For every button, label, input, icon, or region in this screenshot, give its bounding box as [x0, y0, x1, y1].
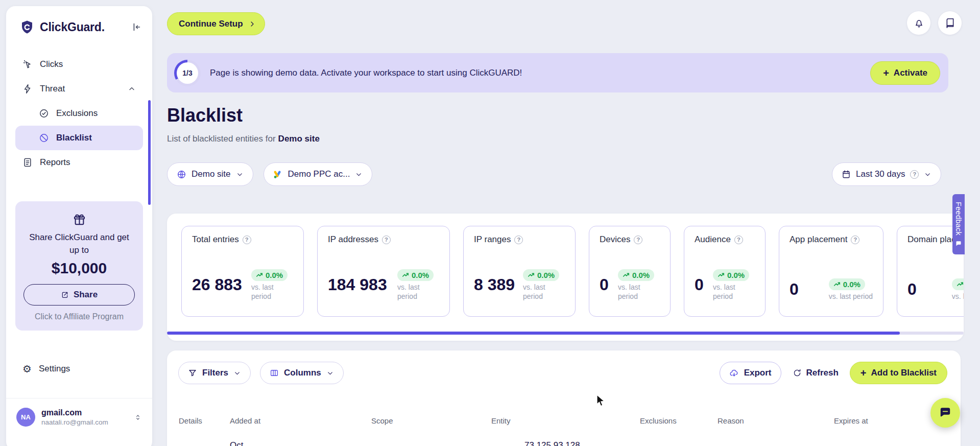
subtitle-site-name: Demo site [278, 134, 320, 144]
activate-label: Activate [894, 68, 927, 78]
table-row[interactable]: Oct 73.125.93.128 [167, 440, 961, 446]
demo-data-banner: 1/3 Page is showing demo data. Activate … [167, 53, 948, 92]
sidebar-scrollbar-thumb[interactable] [148, 100, 151, 205]
chat-bubble-icon [939, 406, 952, 419]
help-icon[interactable]: ? [851, 236, 859, 244]
user-meta: gmail.com naatali.ro@gmail.com [41, 408, 108, 426]
book-icon [945, 18, 955, 29]
affiliate-promo-card: Share ClickGuard and get up to $10,000 S… [15, 201, 143, 331]
promo-amount: $10,000 [23, 260, 135, 277]
gear-icon: ⚙ [22, 364, 32, 374]
help-icon[interactable]: ? [243, 236, 251, 244]
stat-sub: vs. last period [251, 283, 293, 301]
stat-value: 0 [907, 280, 917, 299]
trend-value: 0.0% [537, 271, 555, 279]
export-button[interactable]: Export [720, 362, 781, 384]
knowledge-base-button[interactable] [938, 11, 962, 35]
table-header-row: Details Added at Scope Entity Exclusions… [167, 412, 961, 430]
trend-up-icon [718, 271, 725, 278]
stat-sub: vs. last period [397, 283, 439, 301]
notifications-button[interactable] [907, 11, 930, 35]
feedback-chat-icon [955, 241, 962, 247]
date-range-selector[interactable]: Last 30 days ? [832, 162, 941, 186]
nav-label: Reports [40, 157, 70, 168]
trend-up-icon [402, 271, 409, 278]
cloud-export-icon [729, 368, 739, 378]
stat-card-audience: Audience ? 0 0.0% vs. last period [684, 226, 766, 317]
date-range-value: Last 30 days [856, 169, 905, 179]
gift-icon [23, 213, 135, 226]
page-subtitle: List of blacklisted entities forDemo sit… [167, 134, 320, 144]
select-chevrons-icon [134, 413, 142, 421]
chevron-up-icon [128, 85, 136, 93]
brand-logo: ClickGuard. [6, 6, 152, 35]
sidebar-collapse-icon[interactable] [131, 21, 142, 33]
ppc-account-selector[interactable]: Demo PPC ac... [264, 162, 373, 186]
horizontal-scrollbar-thumb[interactable] [167, 332, 900, 335]
stat-value: 26 883 [192, 275, 242, 294]
scope-selectors: Demo site Demo PPC ac... [167, 162, 372, 186]
stat-sub: vs. last period [523, 283, 565, 301]
stat-sub: vs. last period [952, 292, 964, 301]
continue-setup-button[interactable]: Continue Setup [167, 12, 265, 35]
trend-badge: 0.0% [618, 269, 654, 281]
trend-value: 0.0% [727, 271, 745, 279]
feedback-label: Feedback [954, 202, 963, 236]
refresh-icon [793, 368, 802, 378]
account-switcher[interactable]: NA gmail.com naatali.ro@gmail.com [6, 398, 152, 436]
horizontal-scrollbar-track [167, 332, 964, 335]
trend-up-icon [833, 280, 841, 288]
cell-added-at: Oct [230, 440, 243, 446]
help-icon[interactable]: ? [514, 236, 523, 244]
trend-badge: 0.0% [952, 278, 964, 290]
globe-icon [177, 170, 186, 179]
sidebar-item-blacklist[interactable]: Blacklist [15, 126, 143, 150]
help-icon[interactable]: ? [382, 236, 391, 244]
columns-button[interactable]: Columns [260, 362, 344, 384]
toolbar-actions: Export Refresh + Add to Blacklist [720, 362, 947, 384]
ppc-selector-value: Demo PPC ac... [288, 169, 350, 179]
feedback-tab[interactable]: Feedback [952, 194, 965, 254]
stat-label: App placement [790, 234, 847, 245]
trend-up-icon [256, 271, 263, 278]
columns-label: Columns [284, 368, 321, 378]
sidebar-item-threat[interactable]: Threat [15, 77, 143, 101]
activate-button[interactable]: + Activate [870, 61, 940, 85]
google-ads-icon [273, 170, 283, 179]
stat-value: 0 [600, 275, 609, 294]
refresh-button[interactable]: Refresh [793, 368, 839, 378]
chevron-down-icon [326, 369, 334, 377]
share-button[interactable]: Share [23, 284, 135, 306]
help-icon[interactable]: ? [910, 170, 919, 179]
lightning-icon [22, 84, 33, 94]
filters-button[interactable]: Filters [178, 362, 251, 384]
column-header-added-at: Added at [230, 416, 260, 425]
settings-label: Settings [39, 364, 70, 374]
sidebar-item-clicks[interactable]: Clicks [15, 52, 143, 77]
banner-message: Page is showing demo data. Activate your… [210, 68, 522, 78]
plus-icon: + [861, 368, 867, 378]
trend-value: 0.0% [266, 271, 283, 279]
add-to-blacklist-button[interactable]: + Add to Blacklist [850, 362, 947, 384]
site-selector[interactable]: Demo site [167, 162, 253, 186]
sidebar-item-reports[interactable]: Reports [15, 150, 143, 175]
sidebar-item-settings[interactable]: ⚙ Settings [15, 357, 143, 381]
blocked-icon [39, 133, 49, 143]
help-icon[interactable]: ? [734, 236, 743, 244]
chevron-right-icon [248, 20, 256, 28]
help-icon[interactable]: ? [634, 236, 642, 244]
affiliate-link[interactable]: Click to Affiliate Program [23, 312, 135, 321]
refresh-label: Refresh [806, 368, 839, 378]
nav-label: Threat [40, 84, 65, 94]
column-header-details: Details [179, 416, 202, 425]
column-header-expires-at: Expires at [834, 416, 868, 425]
column-header-exclusions: Exclusions [640, 416, 677, 425]
table-toolbar: Filters Columns [178, 362, 947, 384]
chat-widget-button[interactable] [930, 398, 960, 428]
check-circle-icon [39, 108, 49, 119]
stat-sub: vs. last period [829, 292, 873, 301]
sidebar-nav: Clicks Threat Exclusi [6, 52, 152, 175]
trend-badge: 0.0% [523, 269, 559, 281]
stats-row: Total entries ? 26 883 0.0% vs. last per… [181, 226, 964, 317]
sidebar-item-exclusions[interactable]: Exclusions [15, 101, 143, 126]
